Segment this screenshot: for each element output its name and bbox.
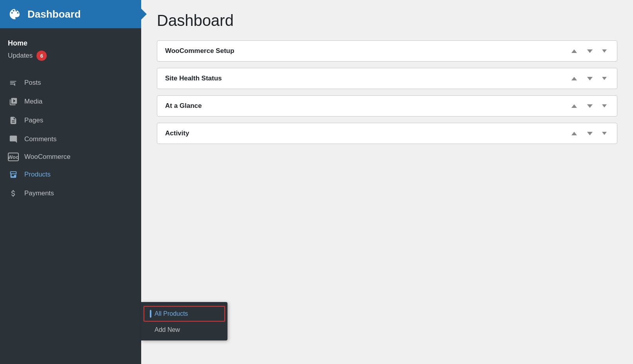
updates-badge: 6 <box>36 51 47 61</box>
sidebar-header[interactable]: Dashboard <box>0 0 141 28</box>
widget-title-site-health: Site Health Status <box>165 75 222 82</box>
comments-label: Comments <box>24 135 56 143</box>
chevron-down-icon <box>602 77 607 80</box>
woocommerce-label: WooCommerce <box>24 153 71 161</box>
submenu-item-add-new[interactable]: Add New <box>141 322 227 337</box>
dashboard-icon <box>8 7 22 21</box>
widget-header-activity[interactable]: Activity <box>157 123 617 144</box>
sidebar-title: Dashboard <box>27 8 81 20</box>
widget-activity: Activity <box>157 123 617 144</box>
widget-collapse-down-at-a-glance[interactable] <box>584 104 595 109</box>
posts-icon <box>8 77 19 88</box>
pages-icon <box>8 115 19 126</box>
widget-title-woocommerce: WooCommerce Setup <box>165 47 234 55</box>
widget-collapse-up-activity[interactable] <box>569 131 579 136</box>
arrow-down-icon <box>587 132 593 135</box>
widget-site-health: Site Health Status <box>157 68 617 89</box>
sidebar-item-home[interactable]: Home <box>0 36 141 49</box>
widget-header-site-health[interactable]: Site Health Status <box>157 68 617 89</box>
arrow-down-icon <box>587 49 593 53</box>
widget-controls-at-a-glance <box>569 104 609 109</box>
products-label: Products <box>24 171 51 178</box>
widget-woocommerce-setup: WooCommerce Setup <box>157 40 617 62</box>
comments-icon <box>8 134 19 145</box>
chevron-down-icon <box>602 104 607 107</box>
chevron-down-icon <box>602 49 607 53</box>
widget-toggle-at-a-glance[interactable] <box>600 104 609 108</box>
arrow-up-icon <box>571 77 577 80</box>
widget-controls-site-health <box>569 76 609 81</box>
media-label: Media <box>24 98 42 106</box>
updates-label: Updates <box>8 52 33 60</box>
payments-label: Payments <box>24 189 54 197</box>
sidebar-item-updates[interactable]: Updates 6 <box>0 49 141 66</box>
arrow-down-icon <box>587 104 593 108</box>
widget-toggle-woocommerce[interactable] <box>600 49 609 53</box>
sidebar-nav: Home Updates 6 Posts Media <box>0 28 141 364</box>
nav-section-main: Posts Media Pages Comments <box>0 72 141 209</box>
widget-header-woocommerce[interactable]: WooCommerce Setup <box>157 41 617 61</box>
widget-title-activity: Activity <box>165 129 189 137</box>
chevron-down-icon <box>602 132 607 135</box>
widget-collapse-up-woocommerce[interactable] <box>569 49 579 54</box>
posts-label: Posts <box>24 79 41 87</box>
sidebar-item-payments[interactable]: Payments <box>0 184 141 203</box>
add-new-label: Add New <box>149 326 180 333</box>
arrow-up-icon <box>571 132 577 135</box>
all-products-label: All Products <box>155 310 188 317</box>
widget-collapse-down-activity[interactable] <box>584 131 595 136</box>
sidebar-item-woocommerce[interactable]: Woo WooCommerce <box>0 149 141 165</box>
widget-toggle-activity[interactable] <box>600 131 609 136</box>
widget-header-at-a-glance[interactable]: At a Glance <box>157 96 617 116</box>
nav-section-dashboard: Home Updates 6 <box>0 35 141 72</box>
widget-controls-woocommerce <box>569 49 609 54</box>
products-icon <box>8 169 19 180</box>
widget-title-at-a-glance: At a Glance <box>165 102 202 110</box>
submenu-active-bar <box>150 310 151 318</box>
sidebar-item-posts[interactable]: Posts <box>0 73 141 92</box>
widget-at-a-glance: At a Glance <box>157 95 617 116</box>
arrow-up-icon <box>571 49 577 53</box>
arrow-down-icon <box>587 77 593 80</box>
widget-controls-activity <box>569 131 609 136</box>
arrow-up-icon <box>571 104 577 108</box>
payments-icon <box>8 188 19 199</box>
sidebar-item-comments[interactable]: Comments <box>0 130 141 149</box>
widget-collapse-up-at-a-glance[interactable] <box>569 104 579 109</box>
widget-collapse-up-site-health[interactable] <box>569 76 579 81</box>
page-title: Dashboard <box>157 12 617 29</box>
widget-collapse-down-site-health[interactable] <box>584 76 595 81</box>
products-submenu: All Products Add New <box>141 302 227 340</box>
sidebar-item-media[interactable]: Media <box>0 92 141 111</box>
sidebar-item-products[interactable]: Products <box>0 165 141 184</box>
sidebar: Dashboard Home Updates 6 Posts <box>0 0 141 364</box>
pages-label: Pages <box>24 116 43 124</box>
submenu-item-all-products[interactable]: All Products <box>144 306 225 322</box>
widget-toggle-site-health[interactable] <box>600 76 609 81</box>
woocommerce-icon: Woo <box>8 153 19 161</box>
widget-collapse-down-woocommerce[interactable] <box>584 49 595 54</box>
media-icon <box>8 96 19 107</box>
sidebar-item-pages[interactable]: Pages <box>0 111 141 130</box>
